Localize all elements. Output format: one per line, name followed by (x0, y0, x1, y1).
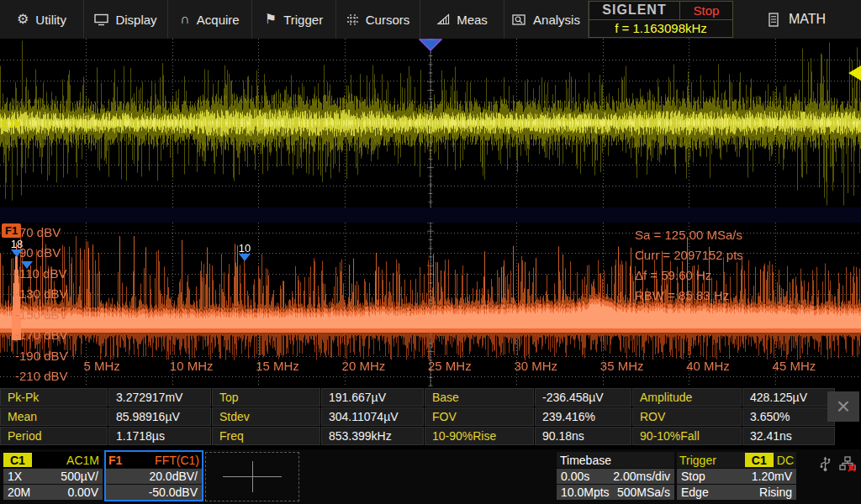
timebase-delay: 0.00s (561, 470, 589, 483)
trigger-status: Stop (681, 470, 705, 483)
c1-probe: 1X (8, 470, 22, 483)
fft-freq-axis-label: 20 MHz (342, 359, 386, 373)
timebase-points: 10.0Mpts (561, 486, 610, 499)
measurement-label: Top (212, 388, 320, 407)
fft-info-line: RBW = 85.83 Hz (635, 288, 729, 302)
menu-utility[interactable]: ⚙ Utility (0, 0, 84, 39)
marker-triangle-icon (239, 254, 251, 261)
measurement-value: 853.399kHz (321, 427, 424, 445)
menu-acquire-label: Acquire (197, 13, 240, 27)
fft-freq-axis-label: 25 MHz (428, 359, 472, 373)
c1-bandwidth: 20M (8, 486, 30, 499)
measurement-value: 90.18ns (535, 427, 631, 445)
menu-math-label: MATH (789, 12, 826, 27)
status-box: SIGLENT Stop f = 1.163098kHz (589, 1, 733, 38)
trigger-slope: Rising (759, 486, 792, 499)
meas-icon (436, 13, 450, 25)
frequency-counter: f = 1.163098kHz (589, 20, 732, 38)
fft-freq-axis-label: 45 MHz (773, 359, 816, 373)
menu-trigger[interactable]: ⚑ Trigger (252, 0, 336, 39)
trigger-title: Trigger (679, 454, 716, 467)
display-split-divider (0, 207, 861, 223)
siglent-logo: SIGLENT (589, 3, 679, 18)
timebase-scale: 2.00ms/div (613, 470, 670, 483)
measurement-value: 304.11074µV (321, 407, 424, 426)
f1-function: FFT(C1) (155, 454, 199, 467)
plus-icon (252, 461, 253, 492)
timebase-samplerate: 500MSa/s (617, 486, 670, 499)
right-arrow-icon (16, 119, 21, 128)
measurement-label: Stdev (212, 407, 320, 426)
fft-freq-axis-label: 10 MHz (170, 359, 214, 373)
fft-freq-axis-label: 5 MHz (83, 359, 119, 373)
menu-display[interactable]: Display (84, 0, 168, 39)
measurement-value: 191.667µV (321, 388, 424, 407)
c1-waveform-canvas (0, 39, 861, 207)
display-icon (94, 13, 108, 26)
fft-freq-axis-label: 15 MHz (256, 359, 299, 373)
menu-meas[interactable]: Meas (420, 0, 504, 39)
measurement-value: 1.1718µs (108, 427, 211, 445)
fft-info-line: Sa = 125.00 MSa/s (635, 228, 742, 242)
c1-offset: 0.00V (67, 486, 98, 499)
add-trace-placeholder[interactable] (205, 452, 299, 501)
fft-db-axis-label: -130 dBV (15, 286, 68, 301)
measurement-value: 428.125µV (742, 388, 835, 407)
menu-acquire[interactable]: ∩ Acquire (168, 0, 252, 39)
trigger-level-marker[interactable] (848, 66, 861, 81)
table-row: Period 1.1718µs Freq 853.399kHz 10-90%Ri… (0, 427, 861, 445)
marker-triangle-icon (21, 261, 33, 269)
measurement-label: Freq (212, 427, 320, 445)
timebase-title: Timebase (560, 454, 611, 467)
close-measurements-button[interactable]: × (827, 391, 859, 422)
analysis-icon (512, 13, 526, 26)
menu-analysis[interactable]: Analysis (504, 0, 589, 39)
fft-info-line: Curr = 2097152 pts (635, 248, 743, 262)
gear-icon: ⚙ (17, 13, 29, 26)
measurement-table: Pk-Pk 3.272917mV Top 191.667µV Base -236… (0, 388, 861, 449)
menu-cursors-label: Cursors (366, 13, 410, 27)
usb-icon (819, 456, 832, 475)
measurement-label: Amplitude (632, 388, 742, 407)
trigger-type: Edge (681, 486, 709, 499)
top-menu-bar: ⚙ Utility Display ∩ Acquire ⚑ Trigger Cu… (0, 0, 861, 39)
table-row: Pk-Pk 3.272917mV Top 191.667µV Base -236… (0, 388, 861, 407)
peak-marker: 10 (235, 243, 255, 261)
table-row: Mean 85.98916µV Stdev 304.11074µV FOV 23… (0, 407, 861, 426)
lan-disconnected-icon (839, 456, 856, 475)
fft-freq-axis-label: 30 MHz (514, 359, 557, 373)
flag-icon: ⚑ (265, 13, 277, 26)
measurement-value: 85.98916µV (108, 407, 211, 426)
acquire-icon: ∩ (180, 13, 190, 26)
c1-coupling: AC1M (66, 454, 103, 467)
math-icon (769, 13, 779, 27)
menu-math[interactable]: MATH (733, 0, 861, 39)
menu-trigger-label: Trigger (283, 13, 323, 27)
peak-marker (17, 250, 37, 269)
measurement-value: 32.41ns (742, 427, 835, 445)
menu-display-label: Display (115, 13, 156, 27)
measurement-label: Mean (0, 407, 108, 426)
fft-freq-axis-label: 40 MHz (686, 359, 730, 373)
menu-analysis-label: Analysis (533, 13, 580, 27)
menu-cursors[interactable]: Cursors (336, 0, 420, 39)
c1-descriptor-box[interactable]: C1 AC1M 1X 500µV/ 20M 0.00V (3, 452, 103, 500)
trigger-coupling: DC (777, 454, 794, 467)
measurement-value: 239.416% (535, 407, 631, 426)
f1-reference: -50.0dBV (149, 486, 198, 499)
c1-channel-offset-marker[interactable]: C1 (1, 117, 21, 129)
measurement-label: ROV (632, 407, 742, 426)
measurement-label: Period (0, 427, 108, 445)
measurement-value: 3.272917mV (108, 388, 211, 407)
trigger-position-marker[interactable] (419, 39, 442, 55)
trigger-descriptor-box[interactable]: Trigger C1 DC Stop 1.20mV Edge Rising (677, 452, 796, 500)
menu-utility-label: Utility (35, 13, 66, 27)
measurement-label: Pk-Pk (0, 388, 108, 407)
f1-trace-badge[interactable]: F1 (2, 223, 21, 238)
trigger-level: 1.20mV (752, 470, 792, 483)
c1-badge: C1 (3, 453, 32, 467)
timebase-descriptor-box[interactable]: Timebase 0.00s 2.00ms/div 10.0Mpts 500MS… (557, 452, 674, 500)
fft-db-axis-label: -190 dBV (15, 349, 68, 363)
f1-descriptor-box-selected[interactable]: F1 FFT(C1) 20.0dBV/ -50.0dBV (104, 450, 203, 501)
f1-scale: 20.0dBV/ (149, 470, 198, 483)
